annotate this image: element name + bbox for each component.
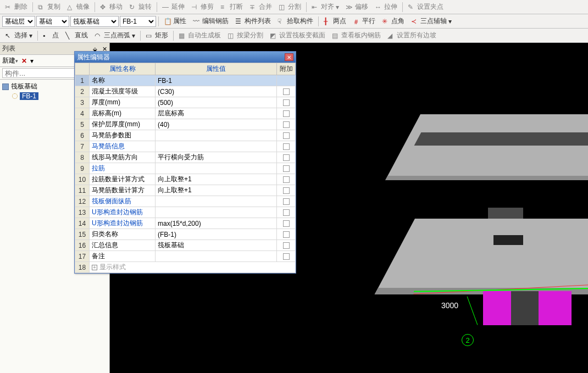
checkbox-icon[interactable] bbox=[283, 121, 290, 128]
property-row[interactable]: 3厚度(mm)(500) bbox=[75, 97, 296, 108]
delete-tree-button[interactable]: ✕ bbox=[21, 57, 27, 65]
property-row[interactable]: 16汇总信息筏板基础 bbox=[75, 240, 296, 251]
offset-button[interactable]: ≫偏移 bbox=[343, 1, 371, 13]
point-angle-button[interactable]: ✳点角 bbox=[379, 15, 407, 27]
checkbox-icon[interactable] bbox=[283, 242, 290, 249]
property-row[interactable]: 9拉筋 bbox=[75, 163, 296, 174]
property-row[interactable]: 15归类名称(FB-1) bbox=[75, 229, 296, 240]
line-button[interactable]: ╲直线 bbox=[63, 30, 91, 41]
prop-value[interactable] bbox=[156, 207, 277, 218]
property-row[interactable]: 14U形构造封边钢筋max(15*d,200) bbox=[75, 218, 296, 229]
prop-extra[interactable] bbox=[277, 97, 296, 108]
prop-value[interactable]: 向上取整+1 bbox=[156, 174, 277, 185]
checkbox-icon[interactable] bbox=[283, 209, 290, 216]
prop-value[interactable]: 层底标高 bbox=[156, 108, 277, 119]
checkbox-icon[interactable] bbox=[283, 198, 290, 205]
prop-value[interactable]: (500) bbox=[156, 97, 277, 108]
split-button[interactable]: ◫分割 bbox=[276, 1, 304, 13]
prop-extra[interactable] bbox=[277, 130, 296, 141]
property-row[interactable]: 13U形构造封边钢筋 bbox=[75, 207, 296, 218]
align-button[interactable]: ⇤对齐▾ bbox=[309, 1, 342, 13]
select-button[interactable]: ↖选择▾ bbox=[2, 30, 35, 41]
prop-extra[interactable] bbox=[277, 141, 296, 152]
prop-value[interactable] bbox=[156, 251, 277, 262]
stretch-button[interactable]: ↔拉伸 bbox=[372, 1, 400, 13]
extend-button[interactable]: —延伸 bbox=[159, 1, 187, 13]
property-row[interactable]: 4底标高(m)层底标高 bbox=[75, 108, 296, 119]
rect-button[interactable]: ▭矩形 bbox=[143, 30, 171, 41]
property-row[interactable]: 5保护层厚度(mm)(40) bbox=[75, 119, 296, 130]
move-button[interactable]: ✥移动 bbox=[97, 1, 125, 13]
prop-display-style[interactable]: +显示样式 bbox=[90, 262, 296, 273]
checkbox-icon[interactable] bbox=[283, 143, 290, 150]
layer-combo[interactable]: 基础层 bbox=[2, 16, 35, 27]
checkbox-icon[interactable] bbox=[283, 253, 290, 260]
prop-value[interactable]: (C30) bbox=[156, 86, 277, 97]
set-edges-button[interactable]: ◢设置所有边坡 bbox=[385, 30, 439, 41]
edit-rebar-button[interactable]: 〰编辑钢筋 bbox=[190, 15, 231, 27]
beam-split-button[interactable]: ◫按梁分割 bbox=[225, 30, 266, 41]
twopoint-button[interactable]: ╂两点 bbox=[321, 15, 349, 27]
new-button[interactable]: 新建▾ bbox=[2, 56, 18, 65]
prop-value[interactable] bbox=[156, 163, 277, 174]
checkbox-icon[interactable] bbox=[283, 165, 290, 172]
checkbox-icon[interactable] bbox=[283, 231, 290, 238]
prop-extra[interactable] bbox=[277, 174, 296, 185]
item-combo[interactable]: FB-1 bbox=[120, 16, 156, 27]
prop-value[interactable]: 向上取整+1 bbox=[156, 185, 277, 196]
checkbox-icon[interactable] bbox=[283, 132, 290, 139]
set-section-button[interactable]: ◩设置筏板变截面 bbox=[267, 30, 328, 41]
property-row[interactable]: 7马凳筋信息 bbox=[75, 141, 296, 152]
prop-value[interactable]: max(15*d,200) bbox=[156, 218, 277, 229]
component-list-button[interactable]: ☰构件列表 bbox=[232, 15, 274, 27]
prop-value[interactable] bbox=[156, 196, 277, 207]
three-aux-button[interactable]: ≺三点辅轴▾ bbox=[408, 15, 454, 27]
dialog-close-button[interactable]: ✕ bbox=[285, 53, 293, 61]
property-row[interactable]: 11马凳筋数量计算方向上取整+1 bbox=[75, 185, 296, 196]
property-row[interactable]: 2混凝土强度等级(C30) bbox=[75, 86, 296, 97]
property-row[interactable]: 1名称FB-1 bbox=[75, 75, 296, 86]
trim-button[interactable]: ⊣修剪 bbox=[188, 1, 217, 13]
merge-button[interactable]: ∓合并 bbox=[247, 1, 275, 13]
property-row[interactable]: 8线形马凳筋方向平行横向受力筋 bbox=[75, 152, 296, 163]
property-row[interactable]: 12筏板侧面纵筋 bbox=[75, 196, 296, 207]
property-row[interactable]: 6马凳筋参数图 bbox=[75, 130, 296, 141]
setgrip-button[interactable]: ✎设置夹点 bbox=[405, 1, 446, 13]
break-button[interactable]: ≡打断 bbox=[218, 1, 246, 13]
prop-value[interactable]: (40) bbox=[156, 119, 277, 130]
prop-extra[interactable] bbox=[277, 152, 296, 163]
prop-value[interactable]: 筏板基础 bbox=[156, 240, 277, 251]
prop-extra[interactable] bbox=[277, 229, 296, 240]
prop-value[interactable]: FB-1 bbox=[156, 75, 277, 86]
prop-value[interactable] bbox=[156, 141, 277, 152]
checkbox-icon[interactable] bbox=[283, 176, 290, 183]
checkbox-icon[interactable] bbox=[283, 187, 290, 194]
parallel-button[interactable]: ＃平行 bbox=[350, 15, 378, 27]
rotate-button[interactable]: ↻旋转 bbox=[126, 1, 154, 13]
prop-extra[interactable] bbox=[277, 196, 296, 207]
arc3-button[interactable]: ◠三点画弧▾ bbox=[92, 30, 138, 41]
filter-icon[interactable]: ▾ bbox=[30, 57, 34, 65]
prop-extra[interactable] bbox=[277, 75, 296, 86]
property-row[interactable]: 18+显示样式 bbox=[75, 262, 296, 273]
subcategory-combo[interactable]: 筏板基础 bbox=[70, 16, 119, 27]
prop-extra[interactable] bbox=[277, 251, 296, 262]
checkbox-icon[interactable] bbox=[283, 154, 290, 161]
checkbox-icon[interactable] bbox=[283, 110, 290, 117]
expand-icon[interactable]: + bbox=[92, 265, 97, 270]
prop-value[interactable]: 平行横向受力筋 bbox=[156, 152, 277, 163]
dialog-titlebar[interactable]: 属性编辑器 ✕ bbox=[75, 52, 296, 63]
category-combo[interactable]: 基础 bbox=[36, 16, 69, 27]
prop-value[interactable] bbox=[156, 130, 277, 141]
prop-value[interactable]: (FB-1) bbox=[156, 229, 277, 240]
checkbox-icon[interactable] bbox=[283, 220, 290, 227]
prop-extra[interactable] bbox=[277, 207, 296, 218]
prop-extra[interactable] bbox=[277, 185, 296, 196]
delete-button[interactable]: ✂删除 bbox=[2, 1, 30, 13]
prop-extra[interactable] bbox=[277, 240, 296, 251]
point-button[interactable]: ▪点 bbox=[40, 30, 62, 41]
prop-extra[interactable] bbox=[277, 86, 296, 97]
checkbox-icon[interactable] bbox=[283, 88, 290, 95]
property-row[interactable]: 10拉筋数量计算方式向上取整+1 bbox=[75, 174, 296, 185]
prop-extra[interactable] bbox=[277, 119, 296, 130]
